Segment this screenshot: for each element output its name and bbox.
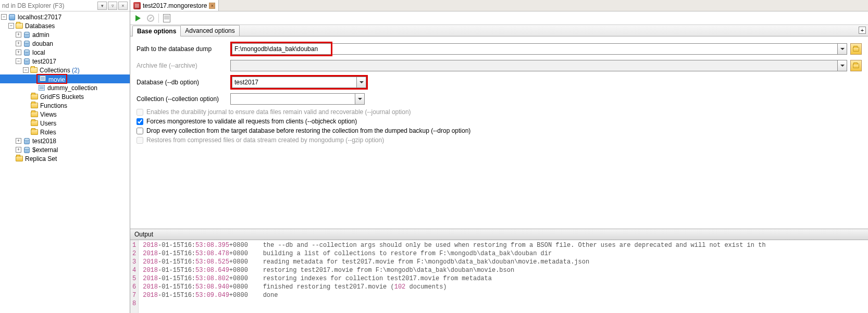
gzip-label: Restores from compressed files or data s… <box>146 136 384 144</box>
collection-movie[interactable]: movie <box>0 74 130 83</box>
expander-icon[interactable]: + <box>16 32 21 37</box>
expander-empty <box>8 156 14 161</box>
play-icon <box>135 15 141 21</box>
log-line <box>143 299 868 308</box>
db-explorer-sidebar: ▾ ▿ × −localhost:27017 −Databases +admin… <box>0 0 130 313</box>
db-icon <box>22 58 31 65</box>
server-node[interactable]: −localhost:27017 <box>0 12 130 21</box>
folder-icon <box>30 120 39 127</box>
database-dropdown-button[interactable] <box>357 77 366 88</box>
document-button[interactable] <box>162 14 171 23</box>
expander-icon[interactable]: + <box>16 138 21 144</box>
close-button[interactable]: × <box>118 2 128 10</box>
db-node-douban[interactable]: +douban <box>0 39 130 48</box>
path-dropdown-button[interactable] <box>838 43 847 55</box>
folder-open-icon <box>30 67 38 74</box>
roles-node[interactable]: Roles <box>0 128 130 136</box>
archive-row: Archive file (--archive) <box>137 59 862 72</box>
objcheck-label: Forces mongorestore to validate all requ… <box>146 118 357 125</box>
editor-tab-title: test2017.mongorestore <box>143 2 207 9</box>
path-input[interactable] <box>332 43 838 55</box>
journal-checkbox-row: Enables the durability journal to ensure… <box>137 108 862 116</box>
add-tab-button[interactable]: + <box>859 27 866 34</box>
collections-node[interactable]: −Collections (2) <box>0 66 130 74</box>
collection-row: Collection (--collection option) <box>137 93 862 105</box>
db-icon <box>22 31 31 39</box>
log-line: 2018-01-15T16:53:08.478+0800 building a … <box>143 249 868 258</box>
archive-browse-button[interactable] <box>850 60 862 71</box>
collection-icon <box>38 84 46 92</box>
collection-icon <box>39 75 47 82</box>
highlight-box <box>230 75 368 90</box>
run-button[interactable] <box>133 14 143 23</box>
drop-label: Drop every collection from the target da… <box>146 127 470 134</box>
drop-checkbox-row: Drop every collection from the target da… <box>137 127 862 134</box>
editor-tab-bar: test2017.mongorestore × <box>130 0 868 11</box>
expander-icon[interactable]: + <box>16 49 21 55</box>
chevron-down-icon <box>358 98 362 100</box>
db-node-external[interactable]: +$external <box>0 145 130 154</box>
archive-dropdown-button[interactable] <box>838 60 847 71</box>
gzip-checkbox <box>137 137 143 144</box>
collection-dropdown-button[interactable] <box>355 93 365 105</box>
database-combo[interactable] <box>232 77 366 88</box>
expander-icon[interactable]: + <box>16 41 21 46</box>
db-node-test2018[interactable]: +test2018 <box>0 136 130 145</box>
db-tree: −localhost:27017 −Databases +admin +doub… <box>0 11 130 313</box>
tab-close-button[interactable]: × <box>209 3 215 9</box>
functions-node[interactable]: Functions <box>0 101 130 110</box>
form-area: Path to the database dump Archive file (… <box>130 36 868 229</box>
collection-combo[interactable] <box>230 93 365 105</box>
objcheck-checkbox[interactable] <box>137 118 143 125</box>
db-node-local[interactable]: +local <box>0 48 130 57</box>
tab-base-options[interactable]: Base options <box>132 26 181 36</box>
editor-tab[interactable]: test2017.mongorestore × <box>130 0 219 11</box>
log-line: 2018-01-15T16:53:09.049+0800 done <box>143 291 868 299</box>
sidebar-header: ▾ ▿ × <box>0 0 130 11</box>
archive-label: Archive file (--archive) <box>137 62 230 69</box>
databases-node[interactable]: −Databases <box>0 21 130 30</box>
collection-label: movie <box>48 76 65 83</box>
expander-icon[interactable]: − <box>1 14 7 20</box>
users-node[interactable]: Users <box>0 119 130 128</box>
database-input[interactable] <box>232 77 357 88</box>
highlight-box <box>230 42 332 56</box>
views-node[interactable]: Views <box>0 110 130 119</box>
output-panel[interactable]: 12345678 2018-01-15T16:53:08.395+0800 th… <box>130 240 868 313</box>
journal-checkbox <box>137 109 143 116</box>
server-label: localhost:27017 <box>18 14 61 21</box>
replica-set-node[interactable]: Replica Set <box>0 154 130 163</box>
tab-advanced-options[interactable]: Advanced options <box>180 25 239 36</box>
path-browse-button[interactable] <box>850 43 862 55</box>
db-node-test2017[interactable]: −test2017 <box>0 57 130 66</box>
dropdown-button[interactable]: ▾ <box>97 2 107 10</box>
db-label: $external <box>32 146 58 154</box>
db-node-admin[interactable]: +admin <box>0 30 130 39</box>
expander-icon[interactable]: − <box>23 67 29 73</box>
expander-icon[interactable]: − <box>8 23 14 29</box>
collection-dummy[interactable]: dummy_collection <box>0 83 130 92</box>
output-lines: 2018-01-15T16:53:08.395+0800 the --db an… <box>139 240 868 313</box>
gridfs-node[interactable]: GridFS Buckets <box>0 92 130 101</box>
db-icon <box>22 137 31 145</box>
drop-checkbox[interactable] <box>137 128 143 134</box>
output-gutter: 12345678 <box>130 240 139 313</box>
database-row: Database (--db option) <box>137 75 862 90</box>
db-icon <box>22 40 31 47</box>
collection-input[interactable] <box>230 93 355 105</box>
search-input[interactable] <box>2 2 96 9</box>
chevron-down-icon <box>359 81 364 83</box>
toolbar-separator <box>158 14 159 23</box>
mongorestore-icon <box>133 2 141 9</box>
stop-button[interactable] <box>146 14 155 23</box>
collapse-button[interactable]: ▿ <box>108 2 117 10</box>
collection-label: Collection (--collection option) <box>137 95 230 103</box>
db-icon <box>22 146 31 154</box>
expander-icon[interactable]: + <box>16 147 21 153</box>
expander-icon[interactable]: − <box>16 58 21 64</box>
node-label: GridFS Buckets <box>40 93 84 101</box>
stop-icon <box>147 15 154 22</box>
collection-label: dummy_collection <box>47 84 97 92</box>
path-label: Path to the database dump <box>137 45 230 53</box>
node-label: Functions <box>40 102 67 109</box>
